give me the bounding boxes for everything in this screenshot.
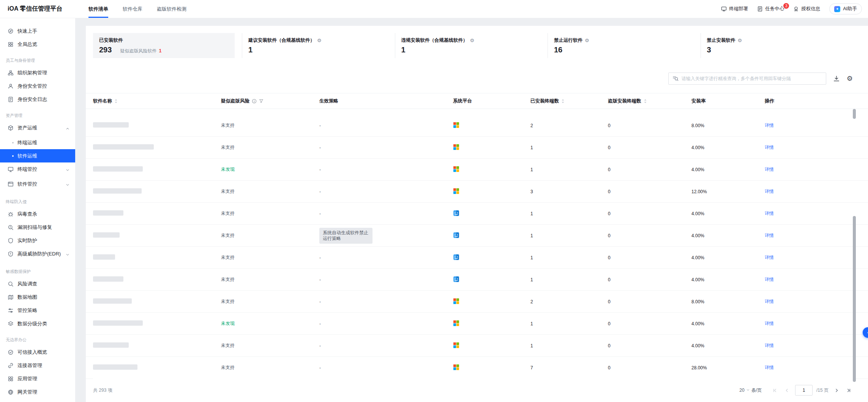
software-name-redacted [93,320,143,326]
stat-label: 禁止运行软件 [554,37,582,44]
detail-link[interactable]: 详情 [765,343,774,348]
sidebar-item-label: 身份安全日志 [17,96,49,102]
sidebar-subitem[interactable]: 软件运维 [0,149,75,162]
search-input[interactable] [682,76,822,81]
sort-icon[interactable] [114,99,118,104]
column-label: 系统平台 [453,98,472,104]
sidebar-item-terminal[interactable]: 终端管控 [0,162,75,177]
info-icon[interactable] [252,99,257,104]
org-icon [8,70,14,76]
stat-card: 已安装软件 293 疑似盗版风险软件1 [93,33,235,58]
stat-settings-gear-icon[interactable]: ⚙ [738,38,742,43]
policy-value: - [319,123,321,128]
sidebar-subitem-label: 终端运维 [17,139,39,146]
policy-value: - [319,365,321,370]
installed-count: 1 [530,343,533,348]
next-page-button[interactable] [832,386,841,394]
sidebar-item-gateway[interactable]: 网关管理 [0,385,75,399]
monitor-icon [721,6,727,12]
tab-label: 软件清单 [88,6,108,13]
sidebar-item-guide[interactable]: 快速上手 [0,24,75,38]
software-name-redacted [93,166,143,172]
sidebar-item-vuln[interactable]: 漏洞扫描与修复 [0,221,75,234]
license-info-button[interactable]: 授权信息 [793,6,820,12]
column-header: 操作 [765,98,868,104]
sidebar-item-policy[interactable]: 管控策略 [0,304,75,317]
sidebar-item-log[interactable]: 身份安全日志 [0,93,75,106]
filter-icon[interactable] [259,99,264,103]
virus-icon [8,211,14,217]
scrollbar-thumb-top[interactable] [853,109,856,119]
sidebar-item-asset[interactable]: 资产运维 [0,121,75,136]
sidebar-item-app[interactable]: 应用管理 [0,372,75,385]
sort-icon[interactable] [644,99,647,104]
terminal-deploy-button[interactable]: 终端部署 [721,6,748,12]
detail-link[interactable]: 详情 [765,189,774,194]
sidebar-item-connector[interactable]: 连接器管理 [0,359,75,372]
policy-value: - [319,145,321,150]
sidebar-item-org[interactable]: 组织架构管理 [0,66,75,79]
stat-value: 16 [554,46,562,54]
tab-software-repo[interactable]: 软件仓库 [123,0,142,18]
chevron-down-icon [65,182,70,189]
sidebar-item-classify[interactable]: 数据分级分类 [0,317,75,330]
last-page-button[interactable] [844,386,853,394]
stat-card: 建议安装软件（合规基线软件） ⚙ 1 [242,33,395,58]
policy-value: - [319,255,321,260]
topbar-actions: 终端部署 任务中心 3 授权信息 ✦ AI助手 [721,3,868,14]
installed-count: 1 [530,167,533,172]
installed-count: 1 [530,277,533,282]
task-center-button[interactable]: 任务中心 3 [757,6,784,12]
stat-settings-gear-icon[interactable]: ⚙ [585,38,589,43]
sidebar-item-virus[interactable]: 病毒查杀 [0,207,75,221]
sidebar-item-label: 快速上手 [17,28,39,34]
detail-link[interactable]: 详情 [765,233,774,238]
table-toolbar: ⚙ [668,73,853,85]
table-settings-gear-icon[interactable]: ⚙ [847,75,853,82]
sidebar-item-trusted[interactable]: 可信接入概览 [0,345,75,359]
detail-link[interactable]: 详情 [765,123,774,128]
detail-link[interactable]: 详情 [765,321,774,326]
map-icon [8,294,14,300]
sidebar-item-label: 应用管理 [17,375,39,382]
prev-page-button[interactable] [783,386,791,394]
tab-software-list[interactable]: 软件清单 [88,0,108,18]
download-icon[interactable] [833,75,840,82]
windows-icon [453,364,459,370]
detail-link[interactable]: 详情 [765,299,774,304]
ai-assistant-button[interactable]: ✦ AI助手 [829,3,862,14]
shield-icon [8,238,14,244]
table-row: 未支持 - 3 0 12.00% 详情 [86,181,868,203]
detail-link[interactable]: 详情 [765,145,774,150]
sidebar-item-overview[interactable]: 全局总览 [0,38,75,51]
sidebar-item-label: 高级威胁防护(EDR) [17,251,62,257]
sidebar-subitem[interactable]: 终端运维 [0,136,75,149]
detail-link[interactable]: 详情 [765,255,774,260]
connector-icon [8,363,14,369]
stat-settings-gear-icon[interactable]: ⚙ [317,38,322,43]
detail-link[interactable]: 详情 [765,167,774,172]
sidebar-item-shield[interactable]: 实时防护 [0,234,75,247]
page-size-select[interactable]: 20 条/页 [739,387,762,394]
top-tabs: 软件清单 软件仓库 盗版软件检测 [88,0,186,18]
detail-link[interactable]: 详情 [765,211,774,216]
sidebar-item-edr[interactable]: 高级威胁防护(EDR) [0,247,75,262]
scrollbar-thumb[interactable] [853,216,856,382]
detail-link[interactable]: 详情 [765,277,774,282]
main-area: 已安装软件 293 疑似盗版风险软件1 建议安装软件（合规基线软件） ⚙ 1 违… [75,18,868,402]
tab-piracy-detection[interactable]: 盗版软件检测 [157,0,186,18]
install-rate: 8.00% [691,299,704,304]
detail-link[interactable]: 详情 [765,365,774,370]
column-header: 系统平台 [453,98,530,104]
stat-settings-gear-icon[interactable]: ⚙ [470,38,475,43]
sidebar-item-risk[interactable]: 风险调查 [0,277,75,290]
sidebar-item-map[interactable]: 数据地图 [0,290,75,304]
software-icon [8,181,14,187]
page-input[interactable] [795,385,813,396]
column-label: 盗版安装终端数 [608,98,641,104]
search-box[interactable] [668,73,826,85]
sidebar-item-identity[interactable]: 身份安全管控 [0,79,75,93]
first-page-button[interactable] [771,386,779,394]
sidebar-item-software[interactable]: 软件管控 [0,177,75,192]
sort-icon[interactable] [561,99,565,104]
